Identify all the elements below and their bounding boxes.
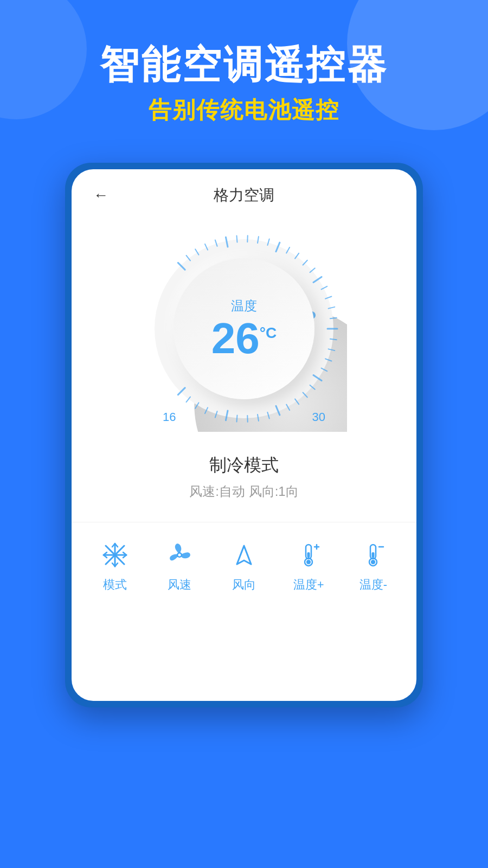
control-mode-label: 模式 xyxy=(103,577,127,593)
control-temp-up-label: 温度+ xyxy=(293,577,324,593)
direction-icon xyxy=(228,539,260,571)
mode-detail: 风速:自动 风向:1向 xyxy=(82,483,406,500)
fan-icon xyxy=(163,539,196,571)
svg-point-57 xyxy=(178,554,181,557)
mode-name: 制冷模式 xyxy=(82,454,406,477)
control-mode[interactable]: 模式 xyxy=(99,539,131,593)
dial-min: 16 xyxy=(163,410,176,424)
app-header: ← 格力空调 xyxy=(72,169,416,215)
svg-rect-59 xyxy=(307,552,310,558)
bottom-controls: 模式 风速 xyxy=(72,522,416,615)
main-title: 智能空调遥控器 xyxy=(0,43,488,86)
svg-rect-65 xyxy=(372,552,375,558)
control-temp-up[interactable]: 温度+ xyxy=(292,539,325,593)
svg-point-67 xyxy=(371,560,375,564)
control-fan-speed-label: 风速 xyxy=(168,577,191,593)
temperature-dial[interactable]: 温度 26°C 16 30 xyxy=(141,226,347,432)
temp-value: 26°C xyxy=(211,317,277,360)
phone-card: ← 格力空调 xyxy=(65,163,423,707)
dial-center: 温度 26°C xyxy=(174,258,314,399)
sub-title: 告别传统电池遥控 xyxy=(0,95,488,125)
temp-label: 温度 xyxy=(231,297,257,315)
temp-down-icon xyxy=(357,539,389,571)
snowflake-icon xyxy=(99,539,131,571)
svg-line-23 xyxy=(330,339,337,340)
dial-max: 30 xyxy=(312,410,325,424)
phone-inner: ← 格力空调 xyxy=(72,169,416,701)
svg-line-36 xyxy=(237,416,237,422)
control-temp-down-label: 温度- xyxy=(359,577,387,593)
svg-line-8 xyxy=(237,236,237,242)
svg-line-21 xyxy=(330,318,337,318)
mode-info: 制冷模式 风速:自动 风向:1向 xyxy=(72,437,416,511)
temp-up-icon xyxy=(292,539,325,571)
control-fan-dir-label: 风向 xyxy=(232,577,256,593)
dial-section[interactable]: 温度 26°C 16 30 xyxy=(72,215,416,437)
back-button[interactable]: ← xyxy=(93,187,108,204)
control-temp-down[interactable]: 温度- xyxy=(357,539,389,593)
svg-point-61 xyxy=(306,560,311,564)
control-fan-speed[interactable]: 风速 xyxy=(163,539,196,593)
control-fan-dir[interactable]: 风向 xyxy=(228,539,260,593)
app-title: 格力空调 xyxy=(214,185,274,206)
